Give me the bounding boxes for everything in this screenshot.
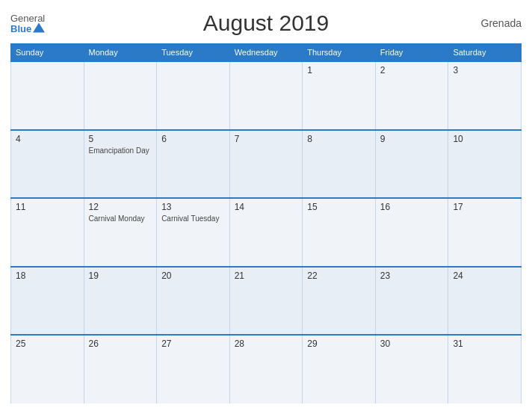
week-row-5: 25262728293031 [11, 335, 522, 404]
logo-blue-text: Blue [10, 23, 45, 34]
day-number: 19 [89, 271, 152, 281]
day-cell-0-4: 1 [303, 61, 376, 130]
day-cell-2-0: 11 [11, 198, 84, 267]
day-cell-0-1 [84, 61, 157, 130]
day-cell-0-0 [11, 61, 84, 130]
day-cell-3-4: 22 [303, 267, 376, 336]
day-number: 27 [161, 339, 225, 349]
day-number: 13 [161, 202, 225, 212]
day-number: 31 [453, 339, 516, 349]
day-cell-0-5: 2 [375, 61, 448, 130]
day-cell-4-2: 27 [157, 335, 230, 404]
day-number: 10 [453, 134, 516, 144]
day-cell-1-1: 5Emancipation Day [84, 130, 157, 199]
week-row-2: 45Emancipation Day678910 [11, 130, 522, 199]
day-number: 15 [307, 202, 371, 212]
day-cell-4-3: 28 [229, 335, 303, 404]
day-cell-4-1: 26 [84, 335, 157, 404]
holiday-name: Carnival Monday [89, 214, 152, 223]
day-number: 16 [380, 202, 444, 212]
calendar-title: August 2019 [203, 10, 329, 36]
day-cell-3-2: 20 [157, 267, 230, 336]
day-number: 4 [16, 134, 79, 144]
day-number: 5 [89, 134, 152, 144]
day-number: 21 [235, 271, 298, 281]
header-thursday: Thursday [303, 44, 376, 62]
week-row-3: 1112Carnival Monday13Carnival Tuesday141… [11, 198, 522, 267]
day-cell-3-6: 24 [448, 267, 522, 336]
day-number: 18 [16, 271, 79, 281]
day-cell-2-2: 13Carnival Tuesday [157, 198, 230, 267]
day-cell-0-3 [229, 61, 303, 130]
header-monday: Monday [84, 44, 157, 62]
header-wednesday: Wednesday [229, 44, 303, 62]
day-number: 20 [161, 271, 225, 281]
day-number: 1 [307, 65, 371, 75]
logo-general-text: General [10, 13, 45, 23]
day-cell-1-3: 7 [229, 130, 303, 199]
week-row-4: 18192021222324 [11, 267, 522, 336]
day-number: 24 [453, 271, 516, 281]
day-cell-2-4: 15 [303, 198, 376, 267]
holiday-name: Emancipation Day [89, 146, 152, 155]
day-number: 25 [16, 339, 79, 349]
day-cell-1-0: 4 [11, 130, 84, 199]
day-cell-3-3: 21 [229, 267, 303, 336]
day-number: 23 [380, 271, 444, 281]
country-label: Grenada [481, 17, 522, 29]
day-cell-4-0: 25 [11, 335, 84, 404]
header-tuesday: Tuesday [157, 44, 230, 62]
day-cell-0-2 [157, 61, 230, 130]
logo-triangle-icon [33, 23, 45, 33]
day-cell-1-6: 10 [448, 130, 522, 199]
header-sunday: Sunday [11, 44, 84, 62]
day-cell-3-1: 19 [84, 267, 157, 336]
calendar-table: Sunday Monday Tuesday Wednesday Thursday… [10, 43, 522, 404]
day-number: 28 [235, 339, 298, 349]
day-number: 17 [453, 202, 516, 212]
day-number: 26 [89, 339, 152, 349]
logo: General Blue [10, 13, 45, 34]
day-cell-1-5: 9 [375, 130, 448, 199]
day-cell-2-3: 14 [229, 198, 303, 267]
day-number: 8 [307, 134, 371, 144]
day-number: 12 [89, 202, 152, 212]
header-saturday: Saturday [448, 44, 522, 62]
calendar-header: General Blue August 2019 Grenada [10, 7, 522, 39]
day-number: 7 [235, 134, 298, 144]
weekday-header-row: Sunday Monday Tuesday Wednesday Thursday… [11, 44, 522, 62]
day-cell-1-4: 8 [303, 130, 376, 199]
day-number: 14 [235, 202, 298, 212]
calendar-page: General Blue August 2019 Grenada Sunday … [0, 0, 532, 411]
day-cell-3-0: 18 [11, 267, 84, 336]
day-number: 2 [380, 65, 444, 75]
day-number: 6 [161, 134, 225, 144]
day-cell-3-5: 23 [375, 267, 448, 336]
day-cell-4-5: 30 [375, 335, 448, 404]
day-cell-0-6: 3 [448, 61, 522, 130]
holiday-name: Carnival Tuesday [161, 214, 225, 223]
week-row-1: 123 [11, 61, 522, 130]
day-cell-2-1: 12Carnival Monday [84, 198, 157, 267]
day-cell-1-2: 6 [157, 130, 230, 199]
day-number: 29 [307, 339, 371, 349]
day-cell-2-6: 17 [448, 198, 522, 267]
day-number: 11 [16, 202, 79, 212]
header-friday: Friday [375, 44, 448, 62]
day-cell-2-5: 16 [375, 198, 448, 267]
day-number: 9 [380, 134, 444, 144]
day-number: 22 [307, 271, 371, 281]
day-cell-4-4: 29 [303, 335, 376, 404]
day-number: 3 [453, 65, 516, 75]
day-number: 30 [380, 339, 444, 349]
day-cell-4-6: 31 [448, 335, 522, 404]
